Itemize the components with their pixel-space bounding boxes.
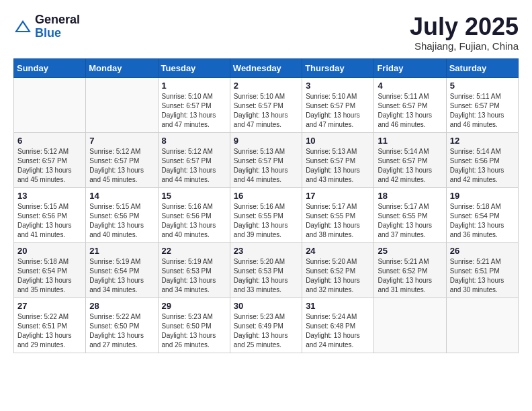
calendar-cell: 29Sunrise: 5:23 AM Sunset: 6:50 PM Dayli… [158, 298, 230, 353]
calendar-cell: 6Sunrise: 5:12 AM Sunset: 6:57 PM Daylig… [14, 132, 86, 187]
calendar-cell: 14Sunrise: 5:15 AM Sunset: 6:56 PM Dayli… [86, 187, 158, 242]
location: Shajiang, Fujian, China [410, 40, 519, 52]
day-number: 14 [89, 191, 154, 201]
calendar-cell: 12Sunrise: 5:14 AM Sunset: 6:56 PM Dayli… [446, 132, 518, 187]
day-info: Sunrise: 5:18 AM Sunset: 6:54 PM Dayligh… [17, 257, 82, 295]
day-info: Sunrise: 5:23 AM Sunset: 6:49 PM Dayligh… [234, 312, 298, 350]
calendar-cell [86, 77, 158, 132]
weekday-header: Wednesday [230, 58, 302, 77]
weekday-header: Tuesday [158, 58, 230, 77]
calendar: SundayMondayTuesdayWednesdayThursdayFrid… [13, 58, 519, 353]
weekday-header: Sunday [14, 58, 86, 77]
day-info: Sunrise: 5:15 AM Sunset: 6:56 PM Dayligh… [17, 202, 82, 240]
calendar-week-row: 20Sunrise: 5:18 AM Sunset: 6:54 PM Dayli… [14, 242, 519, 298]
day-number: 25 [378, 246, 442, 256]
day-number: 12 [450, 136, 515, 146]
day-number: 7 [89, 136, 154, 146]
day-number: 2 [234, 81, 298, 91]
day-info: Sunrise: 5:18 AM Sunset: 6:54 PM Dayligh… [450, 202, 515, 240]
calendar-week-row: 13Sunrise: 5:15 AM Sunset: 6:56 PM Dayli… [14, 187, 519, 242]
calendar-cell: 21Sunrise: 5:19 AM Sunset: 6:54 PM Dayli… [86, 242, 158, 298]
day-info: Sunrise: 5:12 AM Sunset: 6:57 PM Dayligh… [89, 147, 154, 185]
calendar-cell: 25Sunrise: 5:21 AM Sunset: 6:52 PM Dayli… [374, 242, 446, 298]
calendar-cell: 3Sunrise: 5:10 AM Sunset: 6:57 PM Daylig… [302, 77, 374, 132]
calendar-cell: 9Sunrise: 5:13 AM Sunset: 6:57 PM Daylig… [230, 132, 302, 187]
calendar-cell: 1Sunrise: 5:10 AM Sunset: 6:57 PM Daylig… [158, 77, 230, 132]
calendar-cell: 13Sunrise: 5:15 AM Sunset: 6:56 PM Dayli… [14, 187, 86, 242]
day-number: 24 [306, 246, 370, 256]
calendar-cell: 26Sunrise: 5:21 AM Sunset: 6:51 PM Dayli… [446, 242, 518, 298]
day-info: Sunrise: 5:13 AM Sunset: 6:57 PM Dayligh… [234, 147, 298, 185]
calendar-cell: 27Sunrise: 5:22 AM Sunset: 6:51 PM Dayli… [14, 298, 86, 353]
calendar-cell: 23Sunrise: 5:20 AM Sunset: 6:53 PM Dayli… [230, 242, 302, 298]
calendar-cell: 24Sunrise: 5:20 AM Sunset: 6:52 PM Dayli… [302, 242, 374, 298]
day-info: Sunrise: 5:14 AM Sunset: 6:57 PM Dayligh… [378, 147, 442, 185]
calendar-week-row: 1Sunrise: 5:10 AM Sunset: 6:57 PM Daylig… [14, 77, 519, 132]
logo-text: General Blue [35, 13, 80, 40]
weekday-header: Friday [374, 58, 446, 77]
day-info: Sunrise: 5:16 AM Sunset: 6:56 PM Dayligh… [162, 202, 226, 240]
title-block: July 2025 Shajiang, Fujian, China [410, 13, 519, 52]
weekday-header: Monday [86, 58, 158, 77]
calendar-cell: 4Sunrise: 5:11 AM Sunset: 6:57 PM Daylig… [374, 77, 446, 132]
calendar-cell: 31Sunrise: 5:24 AM Sunset: 6:48 PM Dayli… [302, 298, 374, 353]
calendar-cell: 16Sunrise: 5:16 AM Sunset: 6:55 PM Dayli… [230, 187, 302, 242]
calendar-cell: 30Sunrise: 5:23 AM Sunset: 6:49 PM Dayli… [230, 298, 302, 353]
day-number: 15 [162, 191, 226, 201]
day-number: 18 [378, 191, 442, 201]
calendar-week-row: 6Sunrise: 5:12 AM Sunset: 6:57 PM Daylig… [14, 132, 519, 187]
day-info: Sunrise: 5:22 AM Sunset: 6:50 PM Dayligh… [89, 312, 154, 350]
calendar-cell: 18Sunrise: 5:17 AM Sunset: 6:55 PM Dayli… [374, 187, 446, 242]
day-number: 31 [306, 301, 370, 311]
day-info: Sunrise: 5:10 AM Sunset: 6:57 PM Dayligh… [162, 92, 226, 130]
day-info: Sunrise: 5:17 AM Sunset: 6:55 PM Dayligh… [378, 202, 442, 240]
day-info: Sunrise: 5:19 AM Sunset: 6:54 PM Dayligh… [89, 257, 154, 295]
day-info: Sunrise: 5:24 AM Sunset: 6:48 PM Dayligh… [306, 312, 370, 350]
day-number: 30 [234, 301, 298, 311]
day-number: 5 [450, 81, 515, 91]
day-info: Sunrise: 5:20 AM Sunset: 6:53 PM Dayligh… [234, 257, 298, 295]
day-info: Sunrise: 5:21 AM Sunset: 6:51 PM Dayligh… [450, 257, 515, 295]
day-info: Sunrise: 5:13 AM Sunset: 6:57 PM Dayligh… [306, 147, 370, 185]
day-info: Sunrise: 5:17 AM Sunset: 6:55 PM Dayligh… [306, 202, 370, 240]
day-number: 22 [162, 246, 226, 256]
calendar-cell: 11Sunrise: 5:14 AM Sunset: 6:57 PM Dayli… [374, 132, 446, 187]
calendar-week-row: 27Sunrise: 5:22 AM Sunset: 6:51 PM Dayli… [14, 298, 519, 353]
day-info: Sunrise: 5:21 AM Sunset: 6:52 PM Dayligh… [378, 257, 442, 295]
calendar-cell: 15Sunrise: 5:16 AM Sunset: 6:56 PM Dayli… [158, 187, 230, 242]
calendar-cell: 20Sunrise: 5:18 AM Sunset: 6:54 PM Dayli… [14, 242, 86, 298]
day-number: 28 [89, 301, 154, 311]
logo-blue: Blue [35, 27, 80, 40]
day-number: 9 [234, 136, 298, 146]
weekday-header: Thursday [302, 58, 374, 77]
day-info: Sunrise: 5:14 AM Sunset: 6:56 PM Dayligh… [450, 147, 515, 185]
calendar-cell: 17Sunrise: 5:17 AM Sunset: 6:55 PM Dayli… [302, 187, 374, 242]
logo: General Blue [13, 13, 80, 40]
logo-general: General [35, 13, 80, 27]
calendar-cell: 8Sunrise: 5:12 AM Sunset: 6:57 PM Daylig… [158, 132, 230, 187]
day-info: Sunrise: 5:15 AM Sunset: 6:56 PM Dayligh… [89, 202, 154, 240]
day-number: 17 [306, 191, 370, 201]
calendar-cell [14, 77, 86, 132]
day-info: Sunrise: 5:22 AM Sunset: 6:51 PM Dayligh… [17, 312, 82, 350]
day-number: 20 [17, 246, 82, 256]
day-number: 27 [17, 301, 82, 311]
day-number: 10 [306, 136, 370, 146]
day-number: 21 [89, 246, 154, 256]
page-header: General Blue July 2025 Shajiang, Fujian,… [13, 13, 519, 52]
day-info: Sunrise: 5:12 AM Sunset: 6:57 PM Dayligh… [162, 147, 226, 185]
calendar-cell: 19Sunrise: 5:18 AM Sunset: 6:54 PM Dayli… [446, 187, 518, 242]
weekday-header: Saturday [446, 58, 518, 77]
day-info: Sunrise: 5:16 AM Sunset: 6:55 PM Dayligh… [234, 202, 298, 240]
day-number: 19 [450, 191, 515, 201]
day-number: 29 [162, 301, 226, 311]
calendar-cell [374, 298, 446, 353]
day-number: 4 [378, 81, 442, 91]
weekday-header-row: SundayMondayTuesdayWednesdayThursdayFrid… [14, 58, 519, 77]
day-info: Sunrise: 5:23 AM Sunset: 6:50 PM Dayligh… [162, 312, 226, 350]
day-info: Sunrise: 5:20 AM Sunset: 6:52 PM Dayligh… [306, 257, 370, 295]
day-number: 16 [234, 191, 298, 201]
calendar-cell: 7Sunrise: 5:12 AM Sunset: 6:57 PM Daylig… [86, 132, 158, 187]
day-number: 13 [17, 191, 82, 201]
month-title: July 2025 [410, 13, 519, 40]
